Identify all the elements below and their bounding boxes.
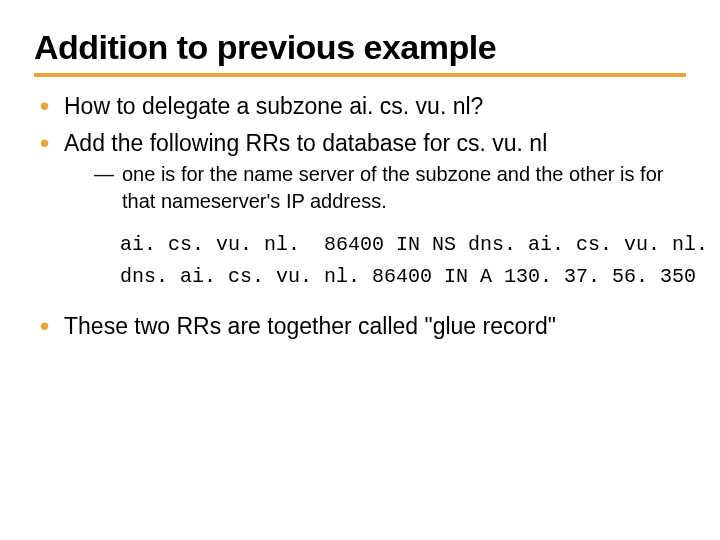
sub-bullet-1: one is for the name server of the subzon… [94,161,686,215]
bullet-list: How to delegate a subzone ai. cs. vu. nl… [38,91,686,342]
bullet-3: These two RRs are together called "glue … [38,311,686,342]
code-block: ai. cs. vu. nl. 86400 IN NS dns. ai. cs.… [120,229,686,293]
bullet-2: Add the following RRs to database for cs… [38,128,686,293]
slide: Addition to previous example How to dele… [0,0,720,368]
bullet-2-text: Add the following RRs to database for cs… [64,130,547,156]
bullet-1: How to delegate a subzone ai. cs. vu. nl… [38,91,686,122]
slide-title: Addition to previous example [34,28,686,77]
sub-list: one is for the name server of the subzon… [94,161,686,215]
